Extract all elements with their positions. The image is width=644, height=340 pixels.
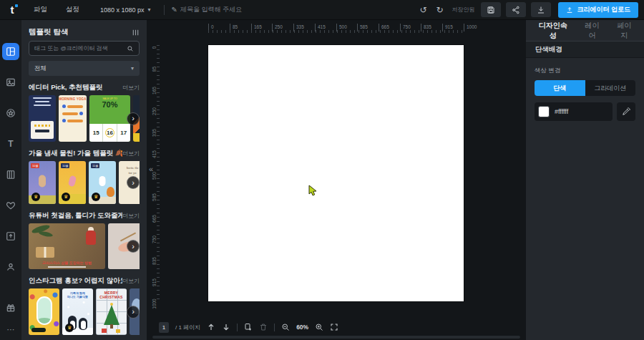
next-templates-button[interactable]: › bbox=[127, 306, 140, 319]
decor bbox=[33, 97, 52, 99]
template-thumbnail-penguin[interactable]: 가족과 함께 떠나요 겨울여행 ♛ bbox=[62, 288, 93, 335]
floppy-icon bbox=[487, 6, 495, 14]
undo-button[interactable]: ↺ bbox=[417, 5, 429, 15]
search-icon[interactable] bbox=[127, 45, 134, 52]
template-thumbnail-november[interactable]: 11월 ♛ bbox=[89, 161, 116, 204]
thumbnail-row: 가족과 함께 떠나요 겨울여행 ♛ MERRY CHRISTMAS › bbox=[29, 288, 140, 335]
rail-text-button[interactable]: T bbox=[2, 135, 19, 152]
ruler-tick: 915 bbox=[152, 273, 157, 292]
template-thumbnail-yoga[interactable]: MORNING YOGA bbox=[59, 95, 87, 142]
page-toolbar: 1 / 1 페이지 60% bbox=[159, 320, 338, 334]
delete-page-button[interactable] bbox=[259, 323, 268, 331]
save-button[interactable] bbox=[481, 2, 501, 17]
template-thumbnail-night-poster[interactable] bbox=[29, 95, 56, 142]
design-page[interactable] bbox=[208, 45, 464, 301]
decor bbox=[31, 121, 54, 139]
decor bbox=[102, 329, 107, 333]
layout-toggle-button[interactable] bbox=[132, 29, 140, 37]
ruler-tick: 835 bbox=[152, 252, 157, 271]
arrow-down-icon bbox=[222, 323, 230, 331]
canvas-size-value: 1080 x 1080 px bbox=[100, 6, 145, 14]
logo-letter: t bbox=[11, 4, 14, 16]
expand-icon bbox=[330, 323, 338, 331]
template-thumbnail-christmas-tree[interactable]: MERRY CHRISTMAS bbox=[96, 288, 127, 335]
template-thumbnail-christmas-video[interactable]: 크리스마스 선물 포장하는 방법 bbox=[29, 223, 105, 269]
category-value: 전체 bbox=[34, 64, 47, 73]
thumb-text: for yo bbox=[119, 171, 140, 175]
ruler-tick: 250 bbox=[152, 102, 157, 121]
see-more-link[interactable]: 더보기 bbox=[122, 84, 140, 92]
horizontal-scrollbar[interactable] bbox=[152, 336, 520, 339]
book-icon bbox=[6, 170, 16, 180]
rail-elements-button[interactable] bbox=[2, 105, 19, 122]
upload-icon bbox=[566, 6, 573, 14]
template-icon bbox=[6, 47, 16, 57]
ruler-tick: 0 bbox=[152, 39, 157, 57]
template-thumbnail-sale[interactable]: SALE UP TO 70% 15 16 17 bbox=[89, 95, 130, 142]
rail-uploads-button[interactable] bbox=[2, 228, 19, 245]
upload-box-icon bbox=[6, 231, 16, 241]
next-templates-button[interactable]: › bbox=[127, 112, 140, 125]
rail-library-button[interactable] bbox=[2, 166, 19, 183]
rail-more-button[interactable]: ⋯ bbox=[2, 321, 19, 338]
add-page-button[interactable] bbox=[244, 323, 253, 331]
rail-profile-button[interactable] bbox=[2, 258, 19, 276]
fit-screen-button[interactable] bbox=[330, 323, 338, 331]
solid-fill-tab[interactable]: 단색 bbox=[535, 80, 585, 96]
download-icon bbox=[537, 6, 545, 14]
decor bbox=[107, 187, 114, 197]
tab-layers[interactable]: 레이어 bbox=[582, 21, 603, 41]
tab-design-properties[interactable]: 디자인속성 bbox=[535, 21, 571, 41]
eyedropper-button[interactable] bbox=[617, 102, 635, 121]
rail-photos-button[interactable] bbox=[2, 74, 19, 91]
current-page-number: 1 bbox=[159, 322, 169, 333]
creator-upload-label: 크리에이터 업로드 bbox=[577, 5, 630, 14]
see-more-link[interactable]: 더보기 bbox=[122, 150, 140, 157]
section-title: 인스타그램 홍보? 어렵지 않아요! bbox=[29, 276, 122, 286]
zoom-in-button[interactable] bbox=[315, 323, 323, 331]
color-swatch[interactable] bbox=[538, 106, 550, 117]
menu-settings[interactable]: 설정 bbox=[57, 0, 89, 19]
zoom-out-button[interactable] bbox=[281, 323, 290, 331]
next-templates-button[interactable]: › bbox=[127, 176, 140, 189]
tab-pages[interactable]: 페이지 bbox=[613, 21, 635, 41]
template-thumbnail-mirror[interactable] bbox=[29, 288, 59, 335]
collapse-panel-button[interactable]: « bbox=[147, 162, 155, 176]
menu-file[interactable]: 파일 bbox=[24, 0, 57, 19]
template-thumbnail-october-2[interactable]: 10월 ♛ bbox=[59, 161, 86, 204]
grid-columns-icon bbox=[132, 29, 140, 37]
zoom-level-value[interactable]: 60% bbox=[296, 324, 308, 331]
decor bbox=[62, 105, 83, 108]
redo-button[interactable]: ↻ bbox=[434, 5, 445, 15]
thumb-month-tag: 10월 bbox=[61, 163, 69, 168]
thumb-text: 크리스마스 선물 포장하는 방법 bbox=[29, 261, 105, 265]
page-count-label: / 1 페이지 bbox=[175, 324, 200, 331]
canvas-size-select[interactable]: 1080 x 1080 px ▾ bbox=[93, 6, 158, 14]
ruler-tick: 85 bbox=[152, 60, 157, 79]
page-down-button[interactable] bbox=[222, 323, 230, 331]
rail-templates-button[interactable] bbox=[2, 43, 19, 60]
ruler-tick: 1000 bbox=[152, 295, 157, 314]
thumb-text: 70% bbox=[89, 100, 130, 109]
rail-favorites-button[interactable] bbox=[2, 197, 19, 214]
gradient-fill-tab[interactable]: 그라데이션 bbox=[585, 80, 636, 96]
premium-crown-badge: ♛ bbox=[31, 193, 40, 201]
decor bbox=[39, 230, 54, 238]
template-thumbnail-october-1[interactable]: 10월 ♛ bbox=[29, 161, 56, 204]
search-input[interactable] bbox=[34, 45, 123, 52]
elements-icon bbox=[6, 108, 16, 118]
share-button[interactable] bbox=[506, 2, 526, 17]
download-button[interactable] bbox=[531, 2, 551, 17]
see-more-link[interactable]: 더보기 bbox=[122, 212, 140, 220]
document-title-input[interactable]: 제목을 입력해 주세요 bbox=[180, 5, 242, 14]
decor bbox=[110, 324, 113, 329]
rail-gift-button[interactable] bbox=[2, 299, 19, 316]
next-templates-button[interactable]: › bbox=[127, 240, 140, 253]
category-dropdown[interactable]: 전체 ▾ bbox=[29, 61, 140, 76]
page-up-button[interactable] bbox=[207, 323, 215, 331]
app-logo[interactable]: t bbox=[0, 4, 24, 16]
canvas-workspace[interactable]: 0 85 165 250 335 415 500 585 665 750 835… bbox=[147, 20, 526, 340]
see-more-link[interactable]: 더보기 bbox=[122, 277, 140, 285]
hex-color-field[interactable]: #ffffff bbox=[535, 102, 613, 121]
creator-upload-button[interactable]: 크리에이터 업로드 bbox=[558, 2, 638, 18]
